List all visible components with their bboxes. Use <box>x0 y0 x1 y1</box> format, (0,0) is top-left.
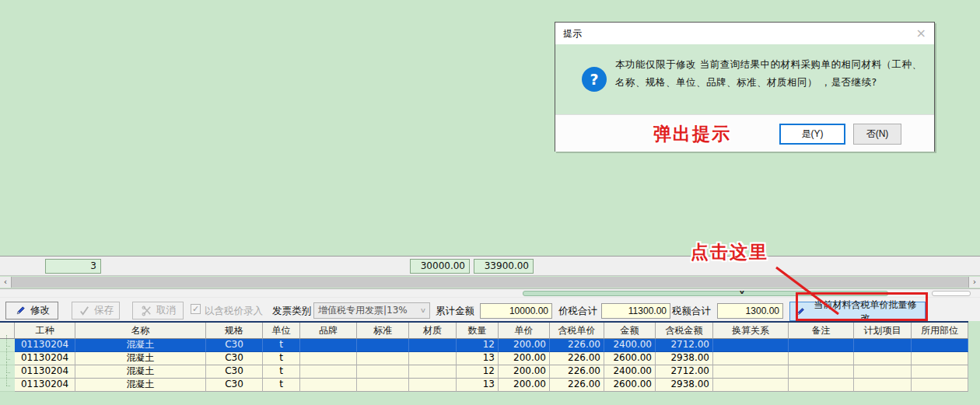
table-row[interactable]: 01130204混凝土C30t12200.00226.002400.002712… <box>0 365 968 379</box>
table-cell[interactable]: 01130204 <box>15 365 75 379</box>
splitter-thumb-right[interactable] <box>932 291 971 296</box>
scroll-left-button[interactable]: ‹ <box>0 277 12 288</box>
table-cell[interactable]: t <box>263 365 300 379</box>
column-header[interactable]: 材质 <box>409 323 457 339</box>
table-cell[interactable] <box>854 379 912 392</box>
table-cell[interactable] <box>713 379 789 392</box>
table-cell[interactable]: C30 <box>206 339 263 352</box>
table-row[interactable]: 01130204混凝土C30t13200.00226.002600.002938… <box>0 352 968 365</box>
table-cell[interactable]: 2938.00 <box>656 379 713 392</box>
table-cell[interactable] <box>713 352 789 365</box>
chevron-down-icon[interactable]: v <box>740 289 744 295</box>
table-cell[interactable]: 13 <box>457 352 499 365</box>
table-cell[interactable]: 01130204 <box>15 379 75 392</box>
table-cell[interactable] <box>789 352 854 365</box>
table-row[interactable]: 01130204混凝土C30t12200.00226.002400.002712… <box>0 339 968 352</box>
table-cell[interactable]: C30 <box>206 352 263 365</box>
column-header[interactable]: 规格 <box>206 323 263 339</box>
column-header[interactable]: 含税单价 <box>550 323 604 339</box>
table-cell[interactable]: 混凝土 <box>75 339 206 352</box>
table-cell[interactable] <box>912 339 968 352</box>
table-cell[interactable]: 12 <box>457 339 499 352</box>
table-cell[interactable] <box>357 339 409 352</box>
table-cell[interactable] <box>409 339 457 352</box>
close-icon[interactable]: × <box>916 27 926 40</box>
table-cell[interactable]: 13 <box>457 379 499 392</box>
table-cell[interactable]: 2712.00 <box>656 365 713 379</box>
row-gutter[interactable] <box>0 352 15 365</box>
table-cell[interactable]: 混凝土 <box>75 365 206 379</box>
table-cell[interactable] <box>912 352 968 365</box>
table-cell[interactable]: C30 <box>206 379 263 392</box>
table-cell[interactable]: 226.00 <box>550 365 604 379</box>
table-cell[interactable] <box>300 352 357 365</box>
table-cell[interactable] <box>357 379 409 392</box>
table-cell[interactable]: 200.00 <box>499 339 550 352</box>
table-cell[interactable] <box>912 365 968 379</box>
table-cell[interactable]: t <box>263 352 300 365</box>
column-header[interactable]: 工种 <box>15 323 75 339</box>
column-header[interactable]: 含税金额 <box>656 323 713 339</box>
cancel-button[interactable]: 取消 <box>132 302 184 319</box>
table-cell[interactable]: 226.00 <box>550 352 604 365</box>
tax-total-field[interactable] <box>717 303 783 319</box>
table-cell[interactable]: t <box>263 379 300 392</box>
column-header[interactable]: 换算关系 <box>713 323 789 339</box>
column-header[interactable]: 单价 <box>499 323 550 339</box>
dialog-title-bar[interactable]: 提示 × <box>555 23 934 44</box>
table-cell[interactable] <box>854 339 912 352</box>
table-cell[interactable] <box>357 365 409 379</box>
table-cell[interactable]: 2400.00 <box>604 339 656 352</box>
column-header[interactable]: 品牌 <box>300 323 357 339</box>
table-cell[interactable]: 2712.00 <box>656 339 713 352</box>
total-amount-field[interactable] <box>480 303 552 319</box>
column-header[interactable]: 标准 <box>357 323 409 339</box>
price-tax-total-field[interactable] <box>601 303 670 319</box>
column-header[interactable]: 备注 <box>789 323 854 339</box>
table-cell[interactable] <box>409 365 457 379</box>
row-gutter[interactable] <box>0 365 15 379</box>
column-header[interactable]: 数量 <box>457 323 499 339</box>
table-cell[interactable]: 2600.00 <box>604 352 656 365</box>
table-row[interactable]: 01130204混凝土C30t13200.00226.002600.002938… <box>0 379 968 392</box>
table-cell[interactable]: 混凝土 <box>75 379 206 392</box>
column-header[interactable]: 名称 <box>75 323 206 339</box>
table-cell[interactable] <box>713 339 789 352</box>
save-button[interactable]: 保存 <box>72 302 120 319</box>
no-button[interactable]: 否(N) <box>853 124 901 145</box>
table-cell[interactable] <box>789 365 854 379</box>
table-cell[interactable]: C30 <box>206 365 263 379</box>
table-cell[interactable] <box>912 379 968 392</box>
table-cell[interactable]: 200.00 <box>499 352 550 365</box>
table-cell[interactable] <box>713 365 789 379</box>
table-cell[interactable]: 混凝土 <box>75 352 206 365</box>
column-header[interactable]: 金额 <box>604 323 656 339</box>
row-gutter[interactable] <box>0 339 15 352</box>
column-header[interactable]: 单位 <box>263 323 300 339</box>
horizontal-scrollbar[interactable]: ‹ › <box>0 277 980 288</box>
row-gutter[interactable] <box>0 379 15 392</box>
table-cell[interactable] <box>789 339 854 352</box>
table-cell[interactable] <box>854 352 912 365</box>
table-cell[interactable] <box>300 379 357 392</box>
table-cell[interactable]: 2600.00 <box>604 379 656 392</box>
modify-button[interactable]: 修改 <box>5 302 58 319</box>
table-cell[interactable] <box>300 365 357 379</box>
table-cell[interactable] <box>409 379 457 392</box>
scroll-right-button[interactable]: › <box>968 277 980 288</box>
table-cell[interactable]: 226.00 <box>550 339 604 352</box>
table-cell[interactable]: 01130204 <box>15 339 75 352</box>
table-cell[interactable]: 200.00 <box>499 365 550 379</box>
table-cell[interactable] <box>300 339 357 352</box>
invoice-type-dropdown[interactable]: 增值税专用发票|13% v <box>313 302 430 319</box>
table-cell[interactable]: 2938.00 <box>656 352 713 365</box>
tax-entry-checkbox[interactable]: ✓ <box>191 304 201 314</box>
table-cell[interactable]: 226.00 <box>550 379 604 392</box>
table-cell[interactable] <box>357 352 409 365</box>
yes-button[interactable]: 是(Y) <box>779 124 845 145</box>
table-cell[interactable]: 2400.00 <box>604 365 656 379</box>
table-cell[interactable] <box>409 352 457 365</box>
column-header[interactable]: 计划项目 <box>854 323 912 339</box>
table-cell[interactable]: t <box>263 339 300 352</box>
table-cell[interactable] <box>854 365 912 379</box>
